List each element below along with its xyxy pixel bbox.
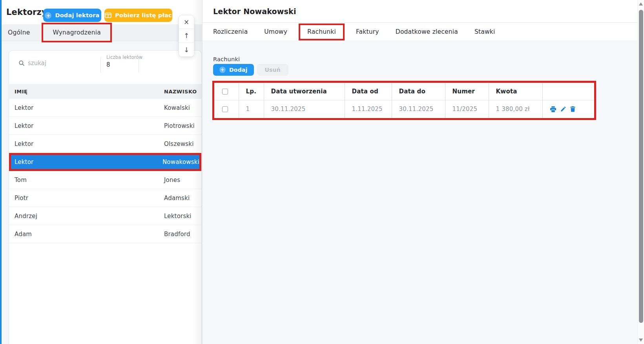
lecturer-last-name: Jones bbox=[164, 177, 180, 184]
lecturer-first-name: Tom bbox=[9, 177, 164, 184]
lecturer-first-name: Lektor bbox=[9, 122, 164, 129]
cell-data-od: 1.11.2025 bbox=[345, 100, 392, 118]
arrow-up-icon[interactable]: ↑ bbox=[179, 29, 194, 43]
lecturer-last-name: Olszewski bbox=[164, 140, 194, 147]
table-icon bbox=[105, 13, 111, 18]
lecturer-last-name: Bradford bbox=[164, 231, 190, 238]
delete-invoice-button[interactable]: Usuń bbox=[257, 64, 288, 76]
col-kwota: Kwota bbox=[489, 83, 542, 100]
lecturer-first-name: Piotr bbox=[9, 195, 164, 202]
toolbar-divider bbox=[100, 57, 101, 73]
detail-title: Lektor Nowakowski bbox=[213, 7, 296, 16]
add-lecturer-button[interactable]: + Dodaj lektora bbox=[43, 9, 101, 22]
section-label: Rachunki bbox=[213, 56, 240, 62]
printer-icon[interactable] bbox=[550, 106, 556, 113]
lecturer-last-name: Adamski bbox=[164, 195, 190, 202]
rachunki-content: Rachunki + Dodaj Usuń Lp. bbox=[203, 42, 637, 344]
invoices-table: Lp. Data utworzenia Data od Data do Nume… bbox=[214, 83, 594, 118]
detail-header: Lektor Nowakowski bbox=[203, 0, 637, 23]
left-accent-bar bbox=[0, 0, 2, 344]
search-input[interactable] bbox=[28, 60, 91, 67]
search-box[interactable] bbox=[18, 58, 97, 69]
lecturer-detail-panel: Lektor Nowakowski Rozliczenia Umowy Rach… bbox=[203, 0, 637, 344]
scrollbar-down-arrow[interactable] bbox=[639, 339, 643, 342]
col-lp: Lp. bbox=[239, 83, 264, 100]
download-payroll-label: Pobierz listę płac bbox=[115, 12, 172, 18]
cell-data-utworzenia: 30.11.2025 bbox=[264, 100, 345, 118]
lecturer-first-name: Lektor bbox=[9, 104, 164, 111]
toolbar-divider bbox=[139, 57, 139, 73]
lecturer-count-label: Liczba lektorów bbox=[106, 55, 142, 60]
list-item[interactable]: AdamBradford bbox=[9, 225, 201, 243]
tab-wynagrodzenia-label: Wynagrodzenia bbox=[53, 29, 101, 36]
invoice-row: 1 30.11.2025 1.11.2025 30.11.2025 11/202… bbox=[214, 100, 594, 118]
close-icon[interactable]: × bbox=[179, 15, 194, 29]
list-item[interactable]: AndrzejLektorski bbox=[9, 207, 201, 225]
col-numer: Numer bbox=[445, 83, 489, 100]
list-item-selected-annotated[interactable]: LektorNowakowski bbox=[9, 153, 201, 171]
list-item[interactable]: LektorOlszewski bbox=[9, 135, 201, 153]
select-all-checkbox[interactable] bbox=[222, 89, 228, 95]
column-header-imie[interactable]: IMIĘ bbox=[9, 89, 164, 95]
list-item[interactable]: PiotrAdamski bbox=[9, 189, 201, 207]
tab-stawki[interactable]: Stawki bbox=[466, 28, 504, 35]
lecturer-last-name: Piotrowski bbox=[164, 122, 195, 129]
search-icon bbox=[18, 60, 25, 66]
app-window: Lektorzy + Dodaj lektora Pobierz listę p… bbox=[0, 0, 644, 344]
add-invoice-label: Dodaj bbox=[229, 67, 248, 73]
lecturer-first-name: Lektor bbox=[9, 140, 164, 147]
col-data-do: Data do bbox=[392, 83, 445, 100]
list-item[interactable]: LektorPiotrowski bbox=[9, 117, 201, 135]
col-actions bbox=[542, 83, 594, 100]
plus-icon: + bbox=[45, 12, 51, 19]
list-header: IMIĘ NAZWISKO bbox=[9, 84, 201, 99]
tab-ogolne[interactable]: Ogólne bbox=[2, 29, 36, 36]
panel-divider bbox=[202, 0, 203, 344]
row-checkbox[interactable] bbox=[222, 106, 228, 112]
invoice-actions: + Dodaj Usuń bbox=[213, 64, 288, 76]
lecturer-last-name: Nowakowski bbox=[162, 158, 199, 166]
arrow-down-icon[interactable]: ↓ bbox=[179, 43, 194, 56]
col-data-utworzenia: Data utworzenia bbox=[264, 83, 345, 100]
tab-faktury[interactable]: Faktury bbox=[348, 28, 387, 35]
add-lecturer-label: Dodaj lektora bbox=[55, 12, 99, 18]
lecturer-last-name: Lektorski bbox=[164, 213, 192, 220]
tab-rachunki-annotated[interactable]: Rachunki bbox=[299, 24, 345, 40]
pencil-icon[interactable] bbox=[560, 106, 566, 112]
scrollbar-thumb[interactable] bbox=[639, 10, 643, 323]
row-action-icons bbox=[550, 106, 595, 113]
cell-lp: 1 bbox=[239, 100, 264, 118]
lecturer-first-name: Andrzej bbox=[9, 213, 164, 220]
cell-data-do: 30.11.2025 bbox=[392, 100, 445, 118]
list-item[interactable]: TomJones bbox=[9, 171, 201, 189]
trash-icon[interactable] bbox=[570, 106, 576, 112]
floating-controls: × ↑ ↓ bbox=[179, 15, 194, 57]
lecturer-last-name: Kowalski bbox=[164, 104, 190, 111]
scrollbar-up-arrow[interactable] bbox=[639, 2, 643, 5]
lecturer-list-card: Liczba lektorów 8 IMIĘ NAZWISKO LektorKo… bbox=[9, 50, 202, 344]
add-invoice-button[interactable]: + Dodaj bbox=[213, 64, 254, 76]
scrollbar[interactable] bbox=[637, 0, 644, 344]
tab-rozliczenia[interactable]: Rozliczenia bbox=[213, 28, 256, 35]
tab-wynagrodzenia-annotated[interactable]: Wynagrodzenia bbox=[42, 23, 112, 42]
cell-numer: 11/2025 bbox=[445, 100, 489, 118]
plus-icon: + bbox=[219, 67, 226, 73]
lecturer-list: LektorKowalskiLektorPiotrowskiLektorOlsz… bbox=[9, 99, 201, 243]
lecturer-first-name: Lektor bbox=[11, 158, 162, 166]
tab-rachunki-label: Rachunki bbox=[307, 28, 336, 35]
col-data-od: Data od bbox=[345, 83, 392, 100]
cell-kwota: 1 380,00 zł bbox=[489, 100, 542, 118]
invoices-header-row: Lp. Data utworzenia Data od Data do Nume… bbox=[214, 83, 594, 100]
list-toolbar: Liczba lektorów 8 bbox=[9, 51, 201, 76]
column-header-nazwisko[interactable]: NAZWISKO bbox=[164, 89, 197, 95]
list-item[interactable]: LektorKowalski bbox=[9, 99, 201, 117]
tab-dodatkowe-zlecenia[interactable]: Dodatkowe zlecenia bbox=[387, 28, 466, 35]
lecturer-first-name: Adam bbox=[9, 231, 164, 238]
lecturer-tabs: Ogólne Wynagrodzenia bbox=[2, 24, 202, 41]
download-payroll-button[interactable]: Pobierz listę płac bbox=[104, 9, 172, 22]
lecturers-panel: Lektorzy + Dodaj lektora Pobierz listę p… bbox=[2, 0, 202, 344]
page-title: Lektorzy bbox=[6, 7, 47, 17]
invoices-table-annotated: Lp. Data utworzenia Data od Data do Nume… bbox=[212, 81, 596, 120]
tab-umowy[interactable]: Umowy bbox=[256, 28, 296, 35]
lecturer-count: Liczba lektorów 8 bbox=[106, 55, 142, 68]
